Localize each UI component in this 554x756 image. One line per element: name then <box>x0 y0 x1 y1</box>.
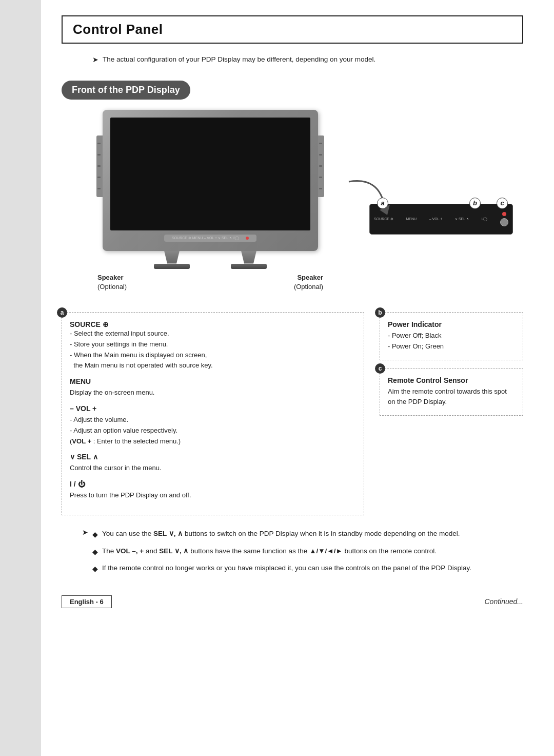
panel-sel-label: ∨ SEL ∧ <box>455 217 469 221</box>
vol-section: – VOL + - Adjust the volume. - Adjust an… <box>70 404 356 447</box>
speaker-left-sub: (Optional) <box>97 282 127 292</box>
speaker-left-grille <box>96 135 103 197</box>
speaker-left-name: Speaker <box>97 273 127 282</box>
remote-sensor-text: Aim the remote control towards this spot… <box>388 386 515 408</box>
speaker-right-grille <box>318 135 324 197</box>
stand-base-left <box>154 264 190 269</box>
speaker-hole <box>97 154 101 156</box>
diamond-icon-2: ◆ <box>92 547 98 558</box>
title-bar: Control Panel <box>62 15 523 44</box>
note-1-text: You can use the SEL ∨, ∧ buttons to swit… <box>102 528 460 539</box>
info-box-a: a SOURCE ⊕ - Select the external input s… <box>62 312 364 515</box>
speaker-hole <box>319 154 322 156</box>
speaker-hole <box>319 177 322 178</box>
speaker-label-left: Speaker (Optional) <box>97 273 127 292</box>
footer-language-text: English <box>70 598 94 606</box>
sel-section: ∨ SEL ∧ Control the cursor in the menu. <box>70 453 356 474</box>
footer-page-number: 6 <box>100 598 104 606</box>
speaker-right-name: Speaker <box>294 273 323 282</box>
footer-separator: - <box>96 598 100 606</box>
power-indicator-dot <box>502 212 506 216</box>
badge-a-box: a <box>57 307 67 318</box>
badge-b-wrapper: b <box>469 198 481 209</box>
page-title: Control Panel <box>73 22 512 37</box>
footer-language-box: English - 6 <box>62 595 112 608</box>
bottom-notes: ◆ You can use the SEL ∨, ∧ buttons to sw… <box>62 528 523 575</box>
badge-b: b <box>469 198 481 209</box>
diamond-icon-1: ◆ <box>92 529 98 540</box>
speaker-hole <box>319 143 322 144</box>
speaker-hole <box>97 165 101 167</box>
tv-stand <box>103 251 318 269</box>
info-box-b: b Power Indicator - Power Off; Black - P… <box>380 312 523 360</box>
sensor-button <box>500 218 508 226</box>
speaker-hole <box>97 177 101 178</box>
note-3-text: If the remote control no longer works or… <box>102 563 471 574</box>
info-right: b Power Indicator - Power Off; Black - P… <box>380 312 523 515</box>
bottom-note-1: ◆ You can use the SEL ∨, ∧ buttons to sw… <box>92 528 523 540</box>
section-header: Front of the PDP Display <box>62 81 523 110</box>
power-text: Press to turn the PDP Display on and off… <box>70 490 356 501</box>
source-title: SOURCE ⊕ <box>70 320 356 328</box>
bottom-note-3: ◆ If the remote control no longer works … <box>92 563 523 575</box>
tv-col: SOURCE ⊕ MENU – VOL + ∨ SEL ∧ I/◯ <box>62 110 359 297</box>
controls-strip-text: SOURCE ⊕ MENU – VOL + ∨ SEL ∧ I/◯ <box>172 236 239 240</box>
speaker-hole <box>97 188 101 189</box>
sel-title: ∨ SEL ∧ <box>70 453 356 461</box>
page-footer: English - 6 Continued... <box>62 590 523 608</box>
menu-title: MENU <box>70 377 356 385</box>
power-section: I / ⏻ Press to turn the PDP Display on a… <box>70 480 356 501</box>
note-2-text: The VOL –, + and SEL ∨, ∧ buttons have t… <box>102 546 437 557</box>
sel-text: Control the cursor in the menu. <box>70 463 356 474</box>
source-section: SOURCE ⊕ - Select the external input sou… <box>70 320 356 371</box>
panel-indicators <box>500 212 508 226</box>
notice-text: The actual configuration of your PDP Dis… <box>92 54 523 65</box>
badge-c: c <box>497 198 508 209</box>
stand-leg-right <box>241 251 256 264</box>
stand-leg-left <box>164 251 180 264</box>
badge-b-box: b <box>375 307 385 318</box>
speaker-hole <box>97 143 101 144</box>
menu-text: Display the on-screen menu. <box>70 387 356 398</box>
vol-title: – VOL + <box>70 404 356 413</box>
menu-section: MENU Display the on-screen menu. <box>70 377 356 398</box>
speaker-right-sub: (Optional) <box>294 282 323 292</box>
tv-panel-area: SOURCE ⊕ MENU – VOL + ∨ SEL ∧ I/◯ <box>62 110 523 297</box>
info-box-c: c Remote Control Sensor Aim the remote c… <box>380 368 523 416</box>
panel-power-label: I/◯ <box>481 217 487 221</box>
stand-base-right <box>231 264 267 269</box>
speaker-hole <box>319 165 322 167</box>
page-wrapper: Control Panel The actual configuration o… <box>0 0 554 756</box>
tv-section: SOURCE ⊕ MENU – VOL + ∨ SEL ∧ I/◯ <box>62 110 359 292</box>
badge-a-wrapper: a <box>377 198 388 209</box>
stand-unit-right <box>231 251 267 269</box>
remote-sensor-title: Remote Control Sensor <box>388 376 515 384</box>
speaker-labels: Speaker (Optional) Speaker (Optional) <box>87 273 333 292</box>
speaker-hole <box>319 188 322 189</box>
panel-menu-label: MENU <box>406 217 417 221</box>
footer-continued: Continued... <box>485 597 524 606</box>
badge-c-wrapper: c <box>497 198 508 209</box>
power-indicator-title: Power Indicator <box>388 320 515 328</box>
power-indicator-text: - Power Off; Black - Power On; Green <box>388 331 515 352</box>
source-text: - Select the external input source. - St… <box>70 328 356 371</box>
bottom-note-2: ◆ The VOL –, + and SEL ∨, ∧ buttons have… <box>92 546 523 558</box>
panel-col: a b c SOURCE ⊕ MENU – VOL + ∨ SEL ∧ I/◯ <box>369 110 523 235</box>
stand-unit-left <box>154 251 190 269</box>
info-section: a SOURCE ⊕ - Select the external input s… <box>62 312 523 515</box>
tv-screen <box>110 118 310 230</box>
diamond-icon-3: ◆ <box>92 564 98 575</box>
badge-c-box: c <box>375 363 385 374</box>
main-content: Control Panel The actual configuration o… <box>41 0 554 629</box>
left-sidebar <box>0 0 41 756</box>
badge-a: a <box>377 198 388 209</box>
panel-vol-label: – VOL + <box>429 217 443 221</box>
power-led-indicator <box>246 237 249 240</box>
tv-controls-strip: SOURCE ⊕ MENU – VOL + ∨ SEL ∧ I/◯ <box>164 235 256 242</box>
tv-container: SOURCE ⊕ MENU – VOL + ∨ SEL ∧ I/◯ <box>103 110 318 292</box>
tv-frame: SOURCE ⊕ MENU – VOL + ∨ SEL ∧ I/◯ <box>103 110 318 251</box>
vol-text: - Adjust the volume. - Adjust an option … <box>70 415 356 447</box>
section-header-text: Front of the PDP Display <box>62 81 190 100</box>
power-title: I / ⏻ <box>70 480 356 488</box>
speaker-label-right: Speaker (Optional) <box>294 273 323 292</box>
